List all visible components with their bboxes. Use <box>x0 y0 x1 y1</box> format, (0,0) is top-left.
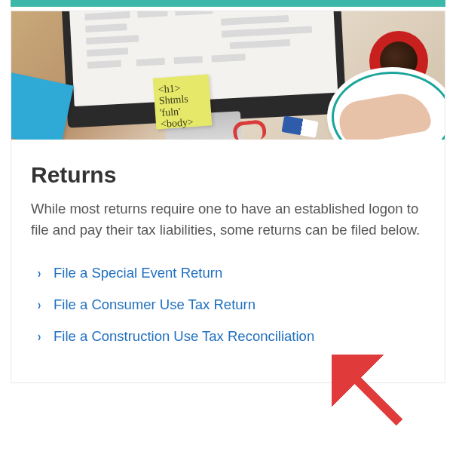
card-content: Returns While most returns require one t… <box>11 140 445 382</box>
chevron-right-icon: › <box>38 330 41 343</box>
link-item-construction-use-tax[interactable]: › File a Construction Use Tax Reconcilia… <box>31 321 425 352</box>
hero-eraser <box>281 115 318 138</box>
link-item-consumer-use-tax[interactable]: › File a Consumer Use Tax Return <box>31 289 425 321</box>
chevron-right-icon: › <box>38 266 41 280</box>
link-list: › File a Special Event Return › File a C… <box>31 257 425 352</box>
card-description: While most returns require one to have a… <box>31 198 425 241</box>
chevron-right-icon: › <box>38 298 41 312</box>
link-item-special-event[interactable]: › File a Special Event Return <box>31 257 425 289</box>
hero-image: <h1> Shtmls 'fuln' <body> <box>11 11 445 140</box>
accent-top-bar <box>11 0 445 7</box>
card-title: Returns <box>31 162 425 188</box>
link-label: File a Consumer Use Tax Return <box>54 296 256 313</box>
link-label: File a Construction Use Tax Reconciliati… <box>54 328 314 345</box>
returns-card: <h1> Shtmls 'fuln' <body> Returns While … <box>11 11 445 383</box>
link-label: File a Special Event Return <box>54 265 222 281</box>
hero-sticky-blue <box>11 71 74 140</box>
hero-sticky-yellow: <h1> Shtmls 'fuln' <body> <box>153 75 213 130</box>
